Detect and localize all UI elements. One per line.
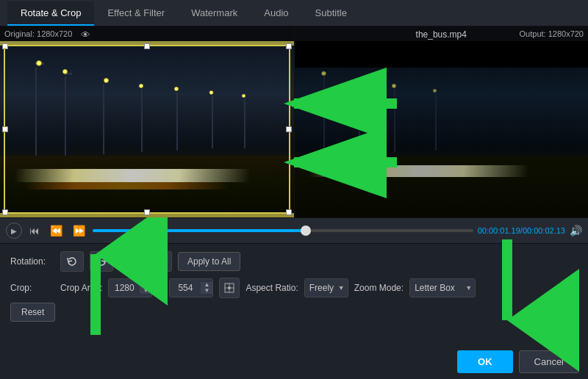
svg-rect-7 [157, 257, 163, 261]
progress-track[interactable] [93, 229, 473, 232]
volume-icon[interactable]: 🔊 [570, 225, 582, 237]
video-frame-left [0, 41, 294, 217]
video-left-panel: Original: 1280x720 👁 [0, 26, 295, 217]
reset-button[interactable]: Reset [10, 303, 55, 322]
svg-rect-5 [132, 259, 135, 264]
eye-icon[interactable]: 👁 [81, 29, 90, 40]
zoom-mode-wrapper: Letter Box Pan & Scan Full Screen [409, 278, 476, 297]
playback-bar: ▶ ⏮ ⏪ ⏩ 00:00:01.19/00:00:02.13 🔊 [0, 217, 588, 244]
dimension-separator: × [158, 283, 163, 293]
crop-handle-br[interactable] [286, 209, 292, 215]
crop-height-input[interactable]: 554 ▲ ▼ [169, 278, 213, 297]
svg-rect-4 [126, 259, 130, 264]
crop-height-spinners: ▲ ▼ [201, 282, 212, 294]
crop-height-field[interactable]: 554 [170, 283, 201, 293]
cancel-button[interactable]: Cancel [519, 350, 579, 373]
crop-label: Crop: [10, 283, 54, 293]
skip-back-button[interactable]: ⏮ [26, 223, 43, 238]
crop-handle-ml[interactable] [2, 126, 8, 132]
crop-width-field[interactable]: 1280 [109, 283, 140, 293]
video-right-panel: the_bus.mp4 Output: 1280x720 [295, 26, 589, 217]
crop-width-input[interactable]: 1280 ▲ ▼ [108, 278, 152, 297]
video-frame-right [295, 41, 589, 217]
crop-handle-bl[interactable] [2, 209, 8, 215]
apply-all-button[interactable]: Apply to All [178, 252, 240, 271]
controls-area: Rotation: [0, 244, 588, 335]
reset-row: Reset [10, 303, 578, 322]
crop-height-down[interactable]: ▼ [201, 288, 212, 294]
original-label: Original: 1280x720 [4, 29, 72, 38]
aspect-ratio-label: Aspect Ratio: [245, 283, 298, 293]
rotate-cw-button[interactable] [90, 251, 113, 272]
svg-rect-8 [157, 262, 163, 266]
bottom-bar: OK Cancel [448, 344, 588, 379]
next-frame-button[interactable]: ⏩ [70, 223, 88, 238]
rotate-ccw-button[interactable] [60, 251, 84, 272]
time-display: 00:00:01.19/00:00:02.13 [478, 226, 565, 235]
crop-handle-bc[interactable] [144, 209, 150, 215]
play-button[interactable]: ▶ [6, 223, 22, 239]
tab-subtitle[interactable]: Subtitle [302, 1, 360, 26]
crop-handle-mr[interactable] [286, 126, 292, 132]
crop-handle-tc[interactable] [144, 43, 150, 49]
tab-audio[interactable]: Audio [251, 1, 301, 26]
rotation-label: Rotation: [10, 256, 54, 267]
aspect-ratio-select[interactable]: Freely 16:9 4:3 1:1 9:16 [304, 278, 348, 297]
center-crop-button[interactable] [219, 278, 240, 298]
crop-handle-tl[interactable] [2, 43, 8, 49]
rotation-row: Rotation: [10, 251, 578, 272]
prev-frame-button[interactable]: ⏪ [47, 223, 65, 238]
tab-watermark[interactable]: Watermark [178, 1, 251, 26]
video-area: Original: 1280x720 👁 [0, 26, 588, 217]
progress-fill [93, 229, 306, 232]
crop-row: Crop: Crop Area: 1280 ▲ ▼ × 554 ▲ ▼ [10, 278, 578, 298]
tab-bar: Rotate & Crop Effect & Filter Watermark … [0, 0, 588, 26]
crop-handle-tr[interactable] [286, 43, 292, 49]
svg-point-13 [228, 286, 231, 289]
tab-rotate-crop[interactable]: Rotate & Crop [7, 1, 94, 26]
output-label: Output: 1280x720 [520, 29, 584, 38]
aspect-ratio-wrapper: Freely 16:9 4:3 1:1 9:16 [304, 278, 348, 297]
file-name: the_bus.mp4 [416, 29, 467, 40]
zoom-mode-select[interactable]: Letter Box Pan & Scan Full Screen [409, 278, 476, 297]
crop-width-down[interactable]: ▼ [140, 288, 151, 294]
flip-vertical-button[interactable] [148, 251, 172, 272]
crop-box[interactable] [4, 45, 290, 214]
crop-area-label: Crop Area: [60, 283, 102, 293]
flip-horizontal-button[interactable] [119, 251, 143, 272]
tab-effect-filter[interactable]: Effect & Filter [94, 1, 178, 26]
ok-button[interactable]: OK [457, 350, 513, 373]
crop-width-spinners: ▲ ▼ [140, 282, 151, 294]
zoom-mode-label: Zoom Mode: [354, 283, 404, 293]
progress-thumb[interactable] [301, 225, 311, 236]
